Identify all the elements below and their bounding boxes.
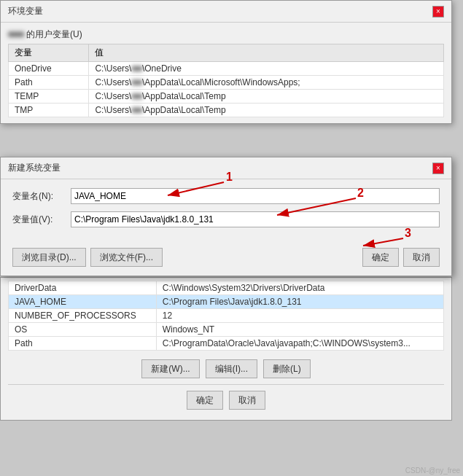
col-header-var: 变量	[9, 44, 89, 62]
env-title-bar: 环境变量 ×	[1, 1, 451, 23]
sys-vars-section: DriverData C:\Windows\System32\Drivers\D…	[0, 277, 452, 421]
dialog-body: 变量名(N): 变量值(V):	[1, 179, 451, 243]
close-button[interactable]: ×	[432, 6, 444, 17]
main-ok-button[interactable]: 确定	[187, 391, 223, 410]
table-row[interactable]: OS Windows_NT	[9, 323, 444, 337]
sys-vars-table: DriverData C:\Windows\System32\Drivers\D…	[8, 281, 444, 351]
dialog-buttons: 浏览目录(D)... 浏览文件(F)... 确定 取消	[1, 243, 451, 276]
main-cancel-button[interactable]: 取消	[229, 391, 265, 410]
edit-var-button[interactable]: 编辑(I)...	[206, 359, 257, 378]
table-row[interactable]: Path C:\Users\■■\AppData\Local\Microsoft…	[9, 76, 444, 90]
browse-file-button[interactable]: 浏览文件(F)...	[90, 248, 163, 267]
new-var-controls: ×	[432, 163, 444, 174]
title-bar-controls: ×	[432, 6, 444, 17]
table-row[interactable]: TMP C:\Users\■■\AppData\Local\Temp	[9, 104, 444, 117]
new-var-button[interactable]: 新建(W)...	[141, 359, 199, 378]
new-var-title-bar: 新建系统变量 ×	[1, 157, 451, 179]
table-row[interactable]: TEMP C:\Users\■■\AppData\Local\Temp	[9, 90, 444, 104]
new-var-close-button[interactable]: ×	[432, 163, 444, 174]
user-vars-section: ■■■ 的用户变量(U) 变量 值 OneDrive C:\Users\■■\O…	[1, 23, 451, 123]
env-variables-window: 环境变量 × ■■■ 的用户变量(U) 变量 值 OneDrive C:\Use…	[0, 0, 452, 124]
ok-button[interactable]: 确定	[362, 248, 399, 267]
table-row[interactable]: JAVA_HOME C:\Program Files\Java\jdk1.8.0…	[9, 295, 444, 309]
sys-vars-body: DriverData C:\Windows\System32\Drivers\D…	[1, 278, 451, 420]
col-header-val: 值	[89, 44, 444, 62]
bottom-buttons: 确定 取消	[8, 384, 444, 414]
table-row[interactable]: DriverData C:\Windows\System32\Drivers\D…	[9, 281, 444, 295]
browse-dir-button[interactable]: 浏览目录(D)...	[12, 248, 86, 267]
table-row[interactable]: Path C:\ProgramData\Oracle\Java\javapath…	[9, 337, 444, 351]
var-name-input[interactable]	[71, 188, 440, 204]
env-window-title: 环境变量	[8, 5, 43, 17]
var-value-row: 变量值(V):	[12, 211, 440, 227]
new-var-dialog: 新建系统变量 × 变量名(N): 变量值(V): 浏览目录(D)... 浏览文件…	[0, 157, 452, 276]
new-var-dialog-title: 新建系统变量	[8, 162, 61, 174]
table-row[interactable]: OneDrive C:\Users\■■\OneDrive	[9, 62, 444, 76]
user-vars-label-text: 的用户变量(U)	[26, 29, 82, 39]
cancel-button[interactable]: 取消	[403, 248, 440, 267]
table-row[interactable]: NUMBER_OF_PROCESSORS 12	[9, 309, 444, 323]
var-value-label: 变量值(V):	[12, 214, 71, 226]
sys-vars-action-buttons: 新建(W)... 编辑(I)... 删除(L)	[8, 356, 444, 381]
var-name-row: 变量名(N):	[12, 188, 440, 204]
watermark: CSDN-@ny_free	[405, 467, 460, 475]
var-value-input[interactable]	[71, 211, 440, 227]
user-vars-label: ■■■ 的用户变量(U)	[8, 28, 444, 41]
var-name-label: 变量名(N):	[12, 190, 71, 203]
delete-var-button[interactable]: 删除(L)	[263, 359, 311, 378]
user-vars-table: 变量 值 OneDrive C:\Users\■■\OneDrive Path …	[8, 44, 444, 117]
